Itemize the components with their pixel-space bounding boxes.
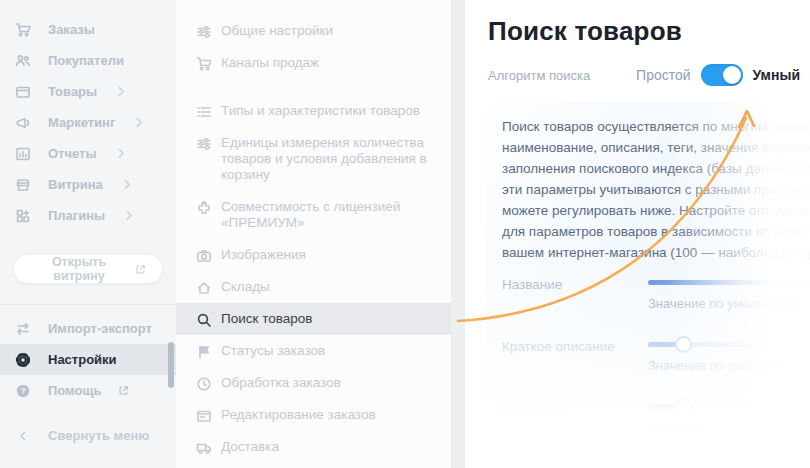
settings-item-label: Общие настройки	[221, 23, 333, 39]
slider-knob[interactable]	[675, 398, 692, 415]
sidebar-item-label: Заказы	[48, 22, 95, 37]
settings-item-label: Статусы заказов	[221, 343, 325, 359]
slider-row-name: Название Значение по умолчанию:	[502, 275, 810, 311]
chevron-right-icon	[134, 117, 145, 128]
sidebar-item-customers[interactable]: Покупатели	[0, 45, 176, 76]
flag-icon	[196, 344, 211, 359]
slider-row-short-description: Краткое описание Значение по умолчанию:	[502, 337, 810, 373]
settings-item-label: Каналы продаж	[221, 55, 319, 71]
description-card: Поиск товаров осуществляется по многим п…	[486, 102, 810, 432]
content-panel: Поиск товаров Алгоритм поиска Простой Ум…	[465, 0, 810, 468]
settings-item-order-editing[interactable]: Редактирование заказов	[176, 399, 451, 431]
sliders-icon	[196, 136, 211, 151]
orders-edit-icon	[196, 408, 211, 423]
algorithm-label: Алгоритм поиска	[488, 68, 590, 83]
settings-item-sales-channels[interactable]: Каналы продаж	[176, 47, 451, 79]
puzzle-icon	[196, 200, 211, 215]
settings-item-label: Изображения	[221, 247, 306, 263]
description-text: Поиск товаров осуществляется по многим п…	[486, 102, 810, 263]
name-priority-slider[interactable]	[648, 280, 810, 285]
description-line: заполнения поискового индекса (базы данн…	[502, 158, 810, 179]
slider-knob[interactable]	[675, 336, 692, 353]
sidebar-item-plugins[interactable]: Плагины	[0, 200, 176, 231]
settings-item-images[interactable]: Изображения	[176, 239, 451, 271]
sidebar-item-label: Импорт-экспорт	[48, 321, 152, 336]
toggle-off-label: Простой	[636, 67, 691, 83]
toggle-on-label: Умный	[753, 67, 800, 83]
storefront-icon	[15, 177, 31, 193]
settings-item-label: Редактирование заказов	[221, 407, 376, 423]
sliders-icon	[196, 24, 211, 39]
page-title: Поиск товаров	[488, 16, 810, 47]
settings-item-units[interactable]: Единицы измерения количества товаров и у…	[176, 127, 451, 191]
truck-icon	[196, 440, 211, 455]
chart-icon	[15, 146, 31, 162]
sidebar-item-orders[interactable]: Заказы	[0, 14, 176, 45]
settings-item-delivery[interactable]: Доставка	[176, 431, 451, 463]
settings-item-label: Типы и характеристики товаров	[221, 103, 420, 119]
algorithm-row: Алгоритм поиска Простой Умный	[488, 64, 800, 86]
external-link-icon	[118, 385, 129, 396]
sidebar-item-label: Витрина	[48, 177, 103, 192]
description-line: наименование, описания, теги, значения х…	[502, 137, 810, 158]
chevron-right-icon	[116, 86, 127, 97]
sidebar-item-marketing[interactable]: Маркетинг	[0, 107, 176, 138]
sidebar-item-import-export[interactable]: Импорт-экспорт	[0, 313, 176, 344]
priority-sliders: Название Значение по умолчанию: Краткое …	[486, 275, 810, 435]
sidebar-main-nav: Заказы Покупатели Товары Маркетинг Отчет…	[0, 0, 176, 231]
open-storefront-button[interactable]: Открыть витрину	[14, 255, 162, 283]
sidebar-item-label: Помощь	[48, 383, 101, 398]
settings-menu: Общие настройки Каналы продаж Типы и хар…	[176, 0, 452, 468]
chevron-right-icon	[124, 210, 135, 221]
default-value-hint: Значение по умолчанию:	[648, 358, 810, 373]
menu-separator	[176, 79, 451, 95]
sidebar-item-label: Покупатели	[48, 53, 124, 68]
users-icon	[15, 53, 31, 69]
list-icon	[196, 104, 211, 119]
collapse-icon	[15, 428, 31, 444]
camera-icon	[196, 248, 211, 263]
description-line: можете регулировать ниже. Настройте опти…	[502, 200, 810, 221]
plugins-icon	[15, 208, 31, 224]
sidebar-item-storefront[interactable]: Витрина	[0, 169, 176, 200]
settings-item-product-types[interactable]: Типы и характеристики товаров	[176, 95, 451, 127]
settings-item-order-statuses[interactable]: Статусы заказов	[176, 335, 451, 367]
external-link-icon	[135, 264, 146, 275]
slider-label: Краткое описание	[502, 337, 648, 373]
help-icon: ?	[15, 383, 31, 399]
sidebar-item-products[interactable]: Товары	[0, 76, 176, 107]
settings-item-label: Единицы измерения количества товаров и у…	[221, 135, 433, 183]
settings-item-premium-license[interactable]: Совместимость с лицензией «ПРЕМИУМ»	[176, 191, 451, 239]
settings-item-label: Обработка заказов	[221, 375, 341, 391]
sidebar-item-help[interactable]: ? Помощь	[0, 375, 176, 406]
settings-item-product-search[interactable]: Поиск товаров	[176, 303, 451, 335]
description-line: Поиск товаров осуществляется по многим п…	[502, 116, 810, 137]
settings-item-label: Совместимость с лицензией «ПРЕМИУМ»	[221, 199, 433, 231]
toggle-knob	[723, 66, 741, 84]
open-storefront-label: Открыть витрину	[30, 255, 128, 283]
sidebar-item-settings[interactable]: Настройки	[0, 344, 176, 375]
sidebar-item-label: Настройки	[48, 352, 117, 367]
slider-label: Название	[502, 275, 648, 311]
description-line: вашем интернет-магазина (100 — наибольши…	[502, 242, 810, 263]
default-value-hint: Значение по умолчанию:	[648, 296, 810, 311]
settings-item-warehouses[interactable]: Склады	[176, 271, 451, 303]
description-line: эти параметры учитываются с разными прио…	[502, 179, 810, 200]
sidebar-item-collapse-menu[interactable]: Свернуть меню	[0, 420, 176, 451]
chevron-right-icon	[122, 179, 133, 190]
svg-text:?: ?	[20, 386, 25, 396]
search-algorithm-toggle[interactable]	[701, 64, 743, 86]
description-priority-slider[interactable]	[648, 404, 810, 409]
sidebar-item-reports[interactable]: Отчеты	[0, 138, 176, 169]
search-icon	[196, 312, 211, 327]
default-value-hint: Значение по умолчанию:	[648, 420, 810, 435]
scrollbar-thumb[interactable]	[168, 342, 174, 388]
megaphone-icon	[15, 115, 31, 131]
settings-item-order-processing[interactable]: Обработка заказов	[176, 367, 451, 399]
sidebar-item-label: Товары	[48, 84, 97, 99]
settings-item-general[interactable]: Общие настройки	[176, 15, 451, 47]
sidebar-item-label: Отчеты	[48, 146, 97, 161]
products-icon	[15, 84, 31, 100]
clock-icon	[196, 376, 211, 391]
short-description-priority-slider[interactable]	[648, 342, 810, 347]
